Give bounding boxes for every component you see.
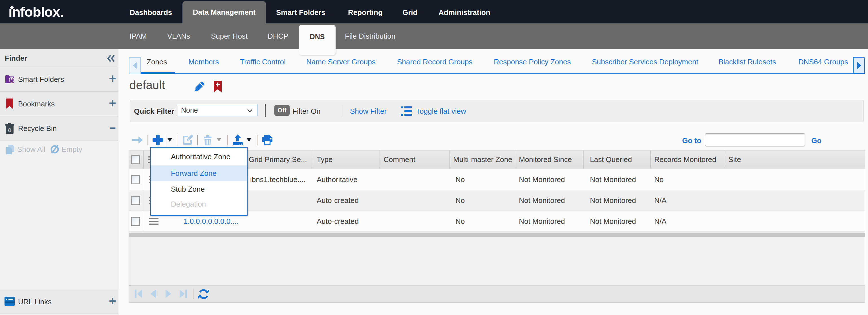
svg-text:♻: ♻: [7, 127, 11, 133]
svg-text:*: *: [10, 77, 13, 83]
